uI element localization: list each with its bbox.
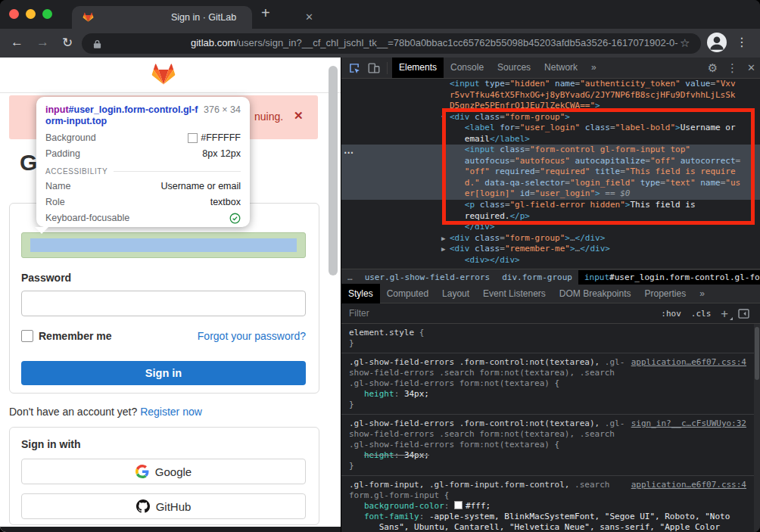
password-input[interactable] [21, 291, 306, 316]
devtools-panel: ElementsConsoleSourcesNetwork» ⚙ ⋮ ✕ <in… [341, 58, 760, 532]
new-style-rule-button[interactable]: + [721, 306, 728, 321]
dom-tree-line[interactable]: autofocus="autofocus" autocapitalize="of… [341, 156, 760, 167]
code-token: > [675, 123, 681, 132]
css-rule[interactable]: application…e6f07.css:4.gl-form-input, .… [341, 476, 754, 532]
breadcrumb-item[interactable]: input#user_login.form-control.gl-form-in… [578, 270, 760, 285]
devtools-close-icon[interactable]: ✕ [747, 62, 755, 73]
css-rule-line: height: 34px; [349, 389, 746, 400]
browser-tab[interactable]: Sign in · GitLab ✕ [72, 6, 252, 29]
page-scrollbar-thumb[interactable] [329, 66, 338, 275]
dom-tree-line[interactable]: ▶<div class="form-group">…</div> [341, 233, 760, 244]
dom-tree-line[interactable]: email</label> [341, 134, 760, 145]
back-icon[interactable]: ← [11, 35, 23, 50]
devtools-tab-network[interactable]: Network [537, 58, 584, 78]
url-bar[interactable]: gitlab.com/users/sign_in?__cf_chl_jschl_… [82, 33, 701, 54]
code-token: = [500, 244, 505, 254]
macos-zoom-button[interactable] [42, 9, 52, 19]
css-rule[interactable]: sign_in?__c…cFsUWUyo:32.gl-show-field-er… [341, 415, 754, 476]
code-token: = [620, 166, 625, 176]
code-token: .search [569, 480, 609, 490]
code-token: "autofocus" [515, 156, 570, 166]
browser-menu-icon[interactable]: ⋮ [736, 35, 748, 49]
tab-close-icon[interactable]: ✕ [305, 11, 313, 23]
toggle-hover-state-button[interactable]: :hov [661, 309, 681, 319]
forward-icon[interactable]: → [36, 35, 49, 50]
element-options-dots[interactable]: ⋯ [344, 147, 354, 158]
dom-tree-line[interactable]: er[login]" id="user_login"> == $0 [341, 188, 760, 200]
styles-tab-more[interactable]: » [693, 284, 712, 304]
github-signin-button[interactable]: GitHub [21, 493, 306, 519]
styles-tab-properties[interactable]: Properties [638, 284, 693, 304]
code-token: "required" [540, 166, 590, 176]
breadcrumb-item[interactable]: div.form-group [496, 270, 578, 285]
code-token: id [515, 188, 530, 198]
toggle-class-button[interactable]: .cls [691, 309, 712, 319]
dom-tree-line[interactable]: d." data-qa-selector="login_field" type=… [341, 178, 760, 189]
dom-tree-line[interactable]: ▼<div class="form-group"> [341, 112, 760, 123]
dom-tree-line[interactable]: <input class="form-control gl-form-input… [341, 145, 760, 156]
register-now-link[interactable]: Register now [140, 406, 202, 418]
dom-tree-line[interactable]: ▶<div class="remember-me">…</div> [341, 244, 760, 255]
dom-tree-line[interactable]: D5gnzPe5PEnfrQ1JEu7lZekCWA=="> [341, 101, 760, 112]
code-token: autofocus [450, 156, 509, 166]
forgot-password-link[interactable]: Forgot your password? [198, 330, 306, 342]
styles-scrollbar-thumb[interactable] [755, 327, 759, 380]
css-rule-line: application…e6f07.css:4.gl-form-input, .… [349, 480, 746, 490]
person-icon [707, 33, 727, 52]
code-token: class [495, 145, 525, 154]
dom-tree-line[interactable]: <p class="gl-field-error hidden">This fi… [341, 200, 760, 211]
devtools-tab-more[interactable]: » [584, 58, 603, 78]
css-rule[interactable]: element.style {} [341, 324, 754, 353]
styles-filter-row: Filter :hov .cls + [341, 303, 760, 324]
css-source-link[interactable]: application…e6f07.css:4 [631, 357, 746, 368]
reload-icon[interactable]: ↻ [62, 35, 73, 51]
styles-tabs: StylesComputedLayoutEvent ListenersDOM B… [341, 285, 760, 303]
code-token: input [584, 272, 609, 282]
styles-tab-computed[interactable]: Computed [380, 284, 435, 304]
remember-me-checkbox[interactable] [21, 330, 33, 342]
macos-minimize-button[interactable] [26, 9, 36, 19]
css-rule-line: .gl-show-field-errors form:not(textarea)… [349, 378, 746, 389]
gitlab-logo-icon[interactable] [150, 61, 177, 89]
styles-tab-layout[interactable]: Layout [435, 284, 476, 304]
code-token: D5gnzPe5PEnfrQ1JEu7lZekCWA==" [450, 101, 595, 110]
breadcrumb-item[interactable]: user.gl-show-field-errors [359, 270, 497, 285]
styles-tab-dom-breakpoints[interactable]: DOM Breakpoints [553, 284, 638, 304]
breadcrumb-item[interactable]: … [341, 270, 359, 285]
profile-avatar[interactable] [707, 33, 727, 52]
dom-tree-line[interactable]: <input type="hidden" name="authenticity_… [341, 79, 760, 90]
new-tab-button[interactable]: + [261, 5, 270, 22]
css-rule[interactable]: application…e6f07.css:4.gl-show-field-er… [341, 353, 754, 415]
inspect-element-icon[interactable] [347, 61, 361, 75]
alert-close-icon[interactable]: ✕ [294, 109, 304, 123]
devtools-tab-elements[interactable]: Elements [392, 58, 444, 78]
dom-tree-line[interactable]: r5vvTfku46tX5FhxOG+j8yBYvadG/2JY7NP6fB8s… [341, 90, 760, 101]
register-row: Don't have an account yet? Register now [9, 406, 202, 418]
dom-tree-line[interactable]: "off" required="required" title="This fi… [341, 166, 760, 178]
dom-tree-line[interactable]: <label for="user_login" class="label-bol… [341, 123, 760, 134]
styles-filter-input[interactable]: Filter [349, 308, 661, 319]
css-rule-line: } [349, 461, 746, 471]
styles-tab-event-listeners[interactable]: Event Listeners [476, 284, 553, 304]
sign-in-button[interactable]: Sign in [21, 361, 306, 385]
css-rule-line: sign_in?__c…cFsUWUyo:32.gl-show-field-er… [349, 418, 746, 429]
dom-tree-line[interactable]: required.</p> [341, 211, 760, 222]
google-signin-button[interactable]: Google [21, 459, 306, 484]
devtools-menu-icon[interactable]: ⋮ [727, 61, 738, 75]
devtools-settings-icon[interactable]: ⚙ [708, 61, 718, 75]
device-toolbar-icon[interactable] [367, 61, 381, 75]
code-token: autocapitalize [570, 156, 645, 166]
styles-tab-styles[interactable]: Styles [341, 284, 380, 304]
sidebar-toggle-icon[interactable] [738, 309, 749, 319]
css-source-link[interactable]: application…e6f07.css:4 [631, 480, 746, 490]
code-token: class [470, 244, 500, 254]
macos-close-button[interactable] [9, 9, 19, 19]
devtools-tab-console[interactable]: Console [444, 58, 491, 78]
bookmark-star-icon[interactable]: ☆ [680, 36, 690, 50]
dom-tree-line[interactable]: </div> [341, 222, 760, 233]
dom-tree-line[interactable]: <div></div> [341, 255, 760, 266]
css-rule-line: font-family: -apple-system, BlinkMacSyst… [349, 512, 746, 522]
css-source-link[interactable]: sign_in?__c…cFsUWUyo:32 [631, 418, 746, 429]
code-token: This field is [630, 200, 695, 210]
devtools-tab-sources[interactable]: Sources [491, 58, 537, 78]
